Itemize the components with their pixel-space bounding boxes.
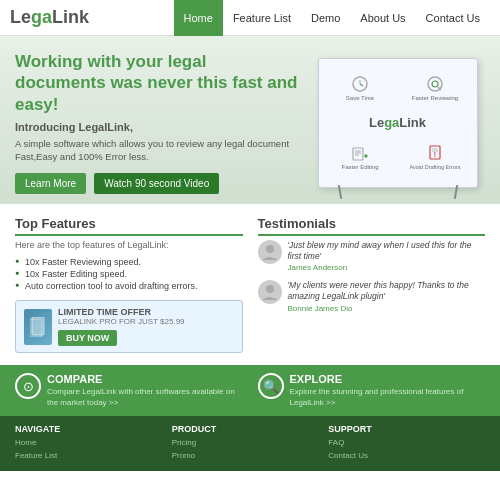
bottom-col-support: SUPPORT FAQ Contact Us bbox=[328, 424, 485, 463]
hero-subtitle: Introducing LegalLink, bbox=[15, 121, 300, 133]
navbar: LegaLink Home Feature List Demo About Us… bbox=[0, 0, 500, 36]
bottom-product-title: PRODUCT bbox=[172, 424, 329, 434]
features-desc: Here are the top features of LegalLink: bbox=[15, 240, 243, 250]
bottom-link-home[interactable]: Home bbox=[15, 437, 172, 450]
testimonials-title: Testimonials bbox=[258, 216, 486, 236]
nav-item-feature-list[interactable]: Feature List bbox=[223, 0, 301, 36]
learn-more-button[interactable]: Learn More bbox=[15, 173, 86, 194]
features-section: Top Features Here are the top features o… bbox=[15, 216, 243, 353]
feature-item-3: Auto correction tool to avoid drafting e… bbox=[15, 280, 243, 292]
svg-rect-15 bbox=[30, 319, 42, 337]
bottom-links: NAVIGATE Home Feature List PRODUCT Prici… bbox=[0, 416, 500, 471]
nav-item-home[interactable]: Home bbox=[174, 0, 223, 36]
hero-section: Working with your legal documents was ne… bbox=[0, 36, 500, 204]
hero-right: Save Time Faster Reviewing LegaLink bbox=[310, 51, 485, 194]
nav-item-about-us[interactable]: About Us bbox=[350, 0, 415, 36]
testimonial-quote-1: 'Just blew my mind away when I used this… bbox=[288, 240, 486, 262]
easel-save-time: Save Time bbox=[325, 65, 396, 112]
hero-buttons: Learn More Watch 90 second Video bbox=[15, 173, 300, 194]
svg-rect-6 bbox=[353, 148, 363, 160]
svg-point-4 bbox=[432, 81, 438, 87]
easel-avoid-drafting: ! Avoid Drafting Errors bbox=[400, 134, 471, 181]
testimonial-item-1: 'Just blew my mind away when I used this… bbox=[258, 240, 486, 272]
features-title: Top Features bbox=[15, 216, 243, 236]
footer-band: ⊙ COMPARE Compare LegalLink with other s… bbox=[0, 365, 500, 416]
offer-text: LIMITED TIME OFFER LEGALINK PRO FOR JUST… bbox=[58, 307, 234, 346]
bottom-support-title: SUPPORT bbox=[328, 424, 485, 434]
testimonial-author-2: Bonnie James Dio bbox=[288, 304, 486, 313]
testimonial-item-2: 'My clients were never this happy! Thank… bbox=[258, 280, 486, 312]
bottom-navigate-title: NAVIGATE bbox=[15, 424, 172, 434]
footer-compare-title: COMPARE bbox=[47, 373, 243, 385]
easel-save-time-label: Save Time bbox=[346, 95, 374, 101]
footer-col-compare[interactable]: ⊙ COMPARE Compare LegalLink with other s… bbox=[15, 373, 243, 408]
easel-faster-editing: Faster Editing bbox=[325, 134, 396, 181]
offer-icon bbox=[24, 309, 52, 345]
easel-faster-reviewing-label: Faster Reviewing bbox=[412, 95, 458, 101]
testimonials-section: Testimonials 'Just blew my mind away whe… bbox=[258, 216, 486, 353]
bottom-col-navigate: NAVIGATE Home Feature List bbox=[15, 424, 172, 463]
footer-col-explore[interactable]: 🔍 EXPLORE Explore the stunning and profe… bbox=[258, 373, 486, 408]
avatar-1 bbox=[258, 240, 282, 264]
easel-faster-editing-label: Faster Editing bbox=[341, 164, 378, 170]
bottom-col-product: PRODUCT Pricing Promo bbox=[172, 424, 329, 463]
testimonial-quote-2: 'My clients were never this happy! Thank… bbox=[288, 280, 486, 302]
easel-faster-reviewing: Faster Reviewing bbox=[400, 65, 471, 112]
offer-title: LIMITED TIME OFFER bbox=[58, 307, 234, 317]
offer-box: LIMITED TIME OFFER LEGALINK PRO FOR JUST… bbox=[15, 300, 243, 353]
bottom-link-faq[interactable]: FAQ bbox=[328, 437, 485, 450]
bottom-link-promo[interactable]: Promo bbox=[172, 450, 329, 463]
main-content: Top Features Here are the top features o… bbox=[0, 204, 500, 365]
easel-avoid-drafting-label: Avoid Drafting Errors bbox=[410, 164, 461, 170]
offer-subtitle: LEGALINK PRO FOR JUST $25.99 bbox=[58, 317, 234, 326]
explore-icon: 🔍 bbox=[258, 373, 284, 399]
feature-item-1: 10x Faster Reviewing speed. bbox=[15, 256, 243, 268]
footer-explore-desc: Explore the stunning and professional fe… bbox=[290, 387, 486, 408]
svg-point-17 bbox=[266, 285, 274, 293]
nav-links: Home Feature List Demo About Us Contact … bbox=[174, 0, 490, 36]
bottom-link-feature-list[interactable]: Feature List bbox=[15, 450, 172, 463]
bottom-link-contact-us[interactable]: Contact Us bbox=[328, 450, 485, 463]
footer-compare-text: COMPARE Compare LegalLink with other sof… bbox=[47, 373, 243, 408]
svg-point-16 bbox=[266, 245, 274, 253]
watch-video-button[interactable]: Watch 90 second Video bbox=[94, 173, 219, 194]
hero-title: Working with your legal documents was ne… bbox=[15, 51, 300, 115]
bottom-link-pricing[interactable]: Pricing bbox=[172, 437, 329, 450]
footer-compare-desc: Compare LegalLink with other softwares a… bbox=[47, 387, 243, 408]
hero-description: A simple software which allows you to re… bbox=[15, 137, 300, 164]
footer-explore-text: EXPLORE Explore the stunning and profess… bbox=[290, 373, 486, 408]
svg-line-2 bbox=[360, 84, 363, 86]
easel-logo: LegaLink bbox=[325, 115, 471, 130]
svg-text:!: ! bbox=[434, 151, 436, 158]
nav-item-demo[interactable]: Demo bbox=[301, 0, 350, 36]
avatar-2 bbox=[258, 280, 282, 304]
feature-list: 10x Faster Reviewing speed. 10x Faster E… bbox=[15, 256, 243, 292]
feature-item-2: 10x Faster Editing speed. bbox=[15, 268, 243, 280]
compare-icon: ⊙ bbox=[15, 373, 41, 399]
testimonial-author-1: James Anderson bbox=[288, 263, 486, 272]
hero-left: Working with your legal documents was ne… bbox=[15, 51, 310, 194]
logo: LegaLink bbox=[10, 7, 89, 28]
testimonial-text-2: 'My clients were never this happy! Thank… bbox=[288, 280, 486, 312]
buy-now-button[interactable]: BUY NOW bbox=[58, 330, 117, 346]
easel-graphic: Save Time Faster Reviewing LegaLink bbox=[318, 58, 478, 188]
footer-explore-title: EXPLORE bbox=[290, 373, 486, 385]
testimonial-text-1: 'Just blew my mind away when I used this… bbox=[288, 240, 486, 272]
nav-item-contact-us[interactable]: Contact Us bbox=[416, 0, 490, 36]
